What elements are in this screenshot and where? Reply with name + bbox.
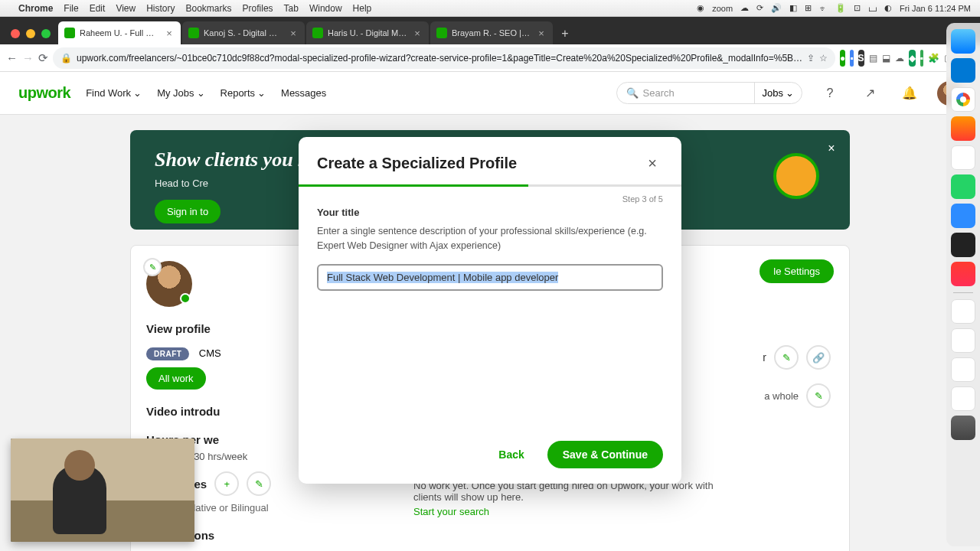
title-input[interactable] [317, 264, 663, 291]
modal-close-button[interactable]: × [642, 152, 663, 174]
vscode-dock-icon[interactable] [951, 58, 975, 83]
menu-window[interactable]: Window [309, 3, 342, 14]
dock-file-icon[interactable] [951, 357, 975, 382]
status-icon[interactable]: ◉ [697, 3, 704, 13]
active-app-name[interactable]: Chrome [18, 3, 53, 14]
menu-help[interactable]: Help [353, 3, 372, 14]
add-language-button[interactable]: + [214, 471, 239, 496]
battery-icon[interactable]: 🔋 [835, 3, 846, 13]
browser-toolbar: ← → ⟳ 🔒 upwork.com/freelancers/~01bce0c7… [0, 44, 980, 72]
finder-dock-icon[interactable] [951, 29, 975, 54]
zoom-status[interactable]: zoom [712, 4, 733, 13]
extension-icon[interactable]: S [858, 50, 864, 67]
back-button[interactable]: Back [488, 442, 534, 467]
window-controls [6, 29, 58, 44]
banner-cta-button[interactable]: Sign in to [155, 200, 220, 223]
status-icon[interactable]: ◐ [884, 3, 892, 13]
menu-tab[interactable]: Tab [284, 3, 299, 14]
extension-icon[interactable]: ☁ [895, 50, 904, 67]
video-pip[interactable] [11, 439, 194, 542]
edit-languages-button[interactable]: ✎ [247, 471, 271, 496]
nav-my-jobs[interactable]: My Jobs ⌄ [157, 87, 204, 99]
extension-icon[interactable]: ▪ [850, 50, 853, 67]
edit-button[interactable]: ✎ [774, 345, 799, 370]
close-tab-button[interactable]: × [536, 28, 547, 38]
status-icon[interactable]: ☁ [740, 3, 749, 13]
profile-category: CMS [199, 347, 221, 359]
obs-dock-icon[interactable] [951, 233, 975, 257]
forward-button[interactable]: → [22, 48, 34, 68]
menu-bookmarks[interactable]: Bookmarks [186, 3, 232, 14]
extension-icon[interactable]: ◆ [909, 50, 916, 67]
browser-tab[interactable]: Haris U. - Digital Marketer, Sp × [306, 21, 429, 44]
nav-reports[interactable]: Reports ⌄ [220, 87, 266, 99]
save-continue-button[interactable]: Save & Continue [547, 441, 663, 468]
menu-view[interactable]: View [116, 3, 136, 14]
new-tab-button[interactable]: + [554, 23, 576, 44]
start-search-link[interactable]: Start your search [413, 506, 720, 517]
profile-settings-button[interactable]: le Settings [760, 259, 834, 283]
youtube-music-dock-icon[interactable] [951, 262, 975, 286]
extension-icon[interactable]: ● [840, 50, 845, 67]
favicon-icon [312, 28, 323, 38]
share-icon[interactable]: ⇪ [807, 53, 815, 64]
wifi-icon[interactable]: ᯤ [819, 4, 828, 13]
video-frame [11, 439, 194, 542]
status-icon[interactable]: ⊞ [805, 3, 812, 13]
slack-dock-icon[interactable] [951, 145, 975, 170]
status-icon[interactable]: ⊡ [854, 3, 861, 13]
online-status-icon [180, 293, 191, 304]
link-button[interactable]: 🔗 [806, 345, 831, 370]
menubar-clock[interactable]: Fri Jan 6 11:24 PM [900, 4, 971, 13]
menu-edit[interactable]: Edit [90, 3, 106, 14]
firefox-dock-icon[interactable] [951, 116, 975, 141]
menu-history[interactable]: History [146, 3, 175, 14]
work-history-empty: No work yet. Once you start getting hire… [413, 480, 720, 503]
all-work-tab[interactable]: All work [146, 367, 206, 390]
browser-tab[interactable]: Kanoj S. - Digital Marketing E × [182, 21, 305, 44]
close-tab-button[interactable]: × [164, 28, 175, 38]
nav-find-work[interactable]: Find Work ⌄ [86, 87, 142, 99]
dock-file-icon[interactable] [951, 328, 975, 353]
menu-profiles[interactable]: Profiles [243, 3, 273, 14]
whatsapp-dock-icon[interactable] [951, 174, 975, 199]
dock-file-icon[interactable] [951, 299, 975, 324]
volume-icon[interactable]: 🔊 [771, 3, 782, 13]
upwork-logo[interactable]: upwork [18, 84, 70, 102]
search-input[interactable]: 🔍 Search [617, 83, 755, 103]
direct-contracts-icon[interactable]: ↗ [858, 81, 882, 106]
tab-title: Haris U. - Digital Marketer, Sp [328, 28, 407, 37]
close-window-button[interactable] [11, 29, 20, 38]
edit-photo-button[interactable]: ✎ [143, 258, 162, 276]
tab-title: Kanoj S. - Digital Marketing E [204, 28, 283, 37]
minimize-window-button[interactable] [26, 29, 35, 38]
extension-icon[interactable]: ▤ [869, 50, 877, 67]
browser-tab[interactable]: Brayam R. - SEO | Local SEO E × [430, 21, 553, 44]
close-tab-button[interactable]: × [412, 28, 423, 38]
search-category-dropdown[interactable]: Jobs⌄ [754, 83, 802, 103]
dock-file-icon[interactable] [951, 386, 975, 411]
control-center-icon[interactable]: ⌴ [868, 4, 877, 13]
close-tab-button[interactable]: × [288, 28, 299, 38]
address-bar[interactable]: 🔒 upwork.com/freelancers/~01bce0c710dc9f… [53, 47, 835, 69]
status-icon[interactable]: ◧ [789, 3, 797, 13]
nav-messages[interactable]: Messages [281, 87, 326, 99]
search-icon: 🔍 [626, 87, 639, 99]
trash-dock-icon[interactable] [951, 416, 975, 440]
zoom-dock-icon[interactable] [951, 204, 975, 228]
chrome-dock-icon[interactable] [951, 87, 975, 112]
extension-icon[interactable]: ▪ [920, 50, 923, 67]
extensions-menu-icon[interactable]: 🧩 [928, 50, 939, 67]
reload-button[interactable]: ⟳ [38, 48, 48, 68]
menu-file[interactable]: File [64, 3, 78, 14]
help-button[interactable]: ? [818, 81, 842, 106]
extension-icon[interactable]: ⬓ [882, 50, 890, 67]
notifications-button[interactable]: 🔔 [897, 81, 922, 106]
browser-tab[interactable]: Raheem U. - Full Stack Web D × [58, 21, 181, 44]
status-icon[interactable]: ⟳ [756, 3, 763, 13]
star-icon[interactable]: ☆ [819, 53, 828, 64]
banner-close-button[interactable]: × [822, 139, 841, 158]
edit-button[interactable]: ✎ [806, 383, 831, 408]
back-button[interactable]: ← [6, 48, 18, 68]
maximize-window-button[interactable] [41, 29, 51, 38]
